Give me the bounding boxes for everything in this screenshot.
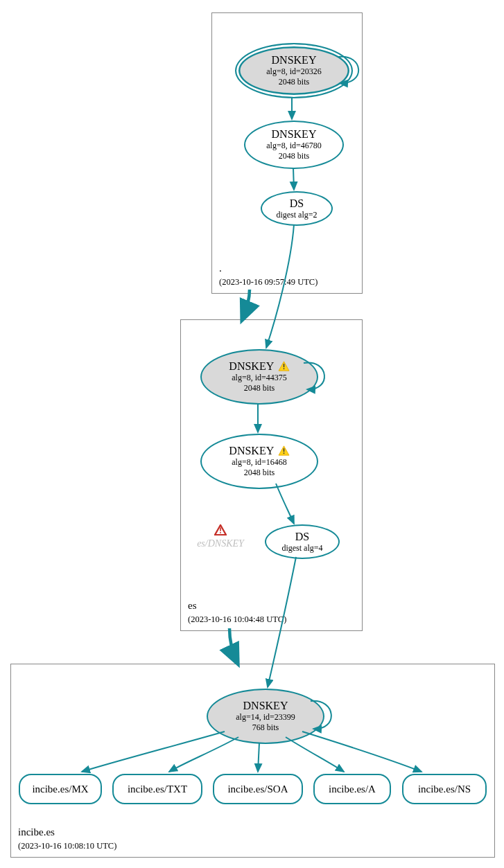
- rr-ns: incibe.es/NS: [402, 774, 487, 804]
- es-dnskey-error-text: es/DNSKEY: [197, 538, 244, 549]
- node-root-ksk-title: DNSKEY: [272, 54, 317, 67]
- node-root-ds-title: DS: [290, 197, 304, 210]
- zone-es-label: es: [188, 599, 197, 613]
- warning-icon: [278, 361, 290, 371]
- rr-mx: incibe.es/MX: [19, 774, 102, 804]
- node-root-ksk-alg: alg=8, id=20326: [266, 67, 322, 77]
- node-es-zsk-alg: alg=8, id=16468: [232, 457, 287, 468]
- zone-incibe-ts: (2023-10-16 10:08:10 UTC): [18, 840, 116, 851]
- node-root-ksk-bits: 2048 bits: [279, 77, 309, 87]
- node-es-ds: DS digest alg=4: [265, 524, 340, 559]
- svg-rect-1: [283, 364, 284, 367]
- rr-a: incibe.es/A: [313, 774, 391, 804]
- node-incibe-key-alg: alg=14, id=23399: [236, 712, 295, 723]
- zone-root-ts: (2023-10-16 09:57:49 UTC): [219, 276, 318, 287]
- node-root-ds: DS digest alg=2: [261, 191, 333, 226]
- node-es-ksk-text: DNSKEY: [229, 360, 273, 372]
- node-es-zsk: DNSKEY alg=8, id=16468 2048 bits: [200, 434, 318, 489]
- node-incibe-key: DNSKEY alg=14, id=23399 768 bits: [207, 689, 324, 744]
- zone-es-ts: (2023-10-16 10:04:48 UTC): [188, 614, 286, 625]
- node-es-ksk-title: DNSKEY: [229, 360, 289, 373]
- error-icon: [214, 524, 227, 535]
- node-es-zsk-bits: 2048 bits: [244, 468, 275, 478]
- node-es-ds-title: DS: [295, 531, 309, 543]
- rr-txt: incibe.es/TXT: [112, 774, 202, 804]
- node-es-zsk-title: DNSKEY: [229, 445, 289, 457]
- node-es-ksk-alg: alg=8, id=44375: [232, 373, 287, 383]
- svg-rect-4: [283, 448, 284, 452]
- node-es-zsk-text: DNSKEY: [229, 445, 273, 457]
- svg-rect-5: [283, 452, 284, 454]
- es-dnskey-error: es/DNSKEY: [189, 524, 252, 549]
- svg-rect-8: [220, 532, 221, 533]
- node-root-zsk: DNSKEY alg=8, id=46780 2048 bits: [244, 121, 344, 169]
- node-incibe-key-bits: 768 bits: [252, 723, 279, 733]
- node-es-ds-alg: digest alg=4: [281, 543, 322, 553]
- node-root-zsk-alg: alg=8, id=46780: [266, 141, 322, 151]
- node-root-ksk: DNSKEY alg=8, id=20326 2048 bits: [235, 43, 353, 98]
- zone-root-label: .: [219, 262, 222, 276]
- svg-rect-7: [220, 527, 221, 531]
- svg-rect-2: [283, 368, 284, 369]
- rr-soa: incibe.es/SOA: [213, 774, 303, 804]
- node-root-ds-alg: digest alg=2: [276, 210, 317, 220]
- node-root-zsk-title: DNSKEY: [272, 128, 317, 141]
- node-es-ksk-bits: 2048 bits: [244, 383, 275, 393]
- node-es-ksk: DNSKEY alg=8, id=44375 2048 bits: [200, 349, 318, 405]
- warning-icon: [278, 445, 290, 456]
- zone-incibe-label: incibe.es: [18, 826, 55, 840]
- node-root-zsk-bits: 2048 bits: [279, 151, 309, 161]
- node-incibe-key-title: DNSKEY: [243, 700, 288, 712]
